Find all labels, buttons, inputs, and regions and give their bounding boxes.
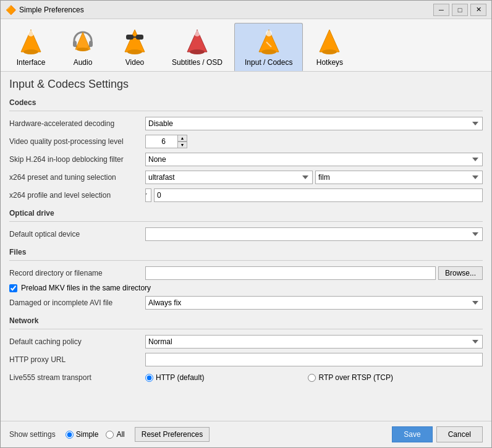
live555-rtp-radio[interactable] [308, 374, 316, 382]
hw-decoding-control: Disable Automatic DirectX Video Accelera… [145, 117, 483, 130]
footer-left: Show settings Simple All Reset Preferenc… [9, 427, 210, 442]
files-header: Files [9, 248, 483, 256]
tab-subtitles[interactable]: Subtitles / OSD [161, 23, 233, 71]
damaged-avi-label: Damaged or incomplete AVI file [9, 298, 145, 307]
live555-rtp-option: RTP over RTSP (TCP) [308, 373, 392, 382]
x264-profile-select[interactable]: high baseline main high10 high422 high44… [145, 188, 151, 202]
skip-h264-label: Skip H.264 in-loop deblocking filter [9, 155, 145, 164]
title-controls: ─ □ ✕ [433, 4, 486, 16]
spinner-down[interactable]: ▼ [177, 142, 187, 148]
default-device-select[interactable] [145, 227, 483, 241]
hotkeys-tab-icon [315, 27, 344, 57]
tab-interface[interactable]: Interface [6, 23, 56, 71]
x264-level-input[interactable] [154, 188, 483, 202]
damaged-avi-control: Always fix Ask Never fix [145, 296, 483, 310]
svg-rect-10 [126, 35, 134, 40]
maximize-button[interactable]: □ [452, 4, 468, 16]
tab-video[interactable]: Video [109, 23, 160, 71]
x264-preset-select[interactable]: ultrafast superfast veryfast faster fast… [145, 171, 313, 184]
caching-policy-row: Default caching policy Normal Lowest lat… [9, 334, 483, 349]
codecs-divider [9, 111, 483, 111]
video-quality-row: Video quality post-processing level ▲ ▼ [9, 134, 483, 149]
all-radio[interactable] [106, 431, 114, 439]
svg-point-1 [23, 49, 38, 54]
cancel-button[interactable]: Cancel [436, 426, 483, 442]
skip-h264-row: Skip H.264 in-loop deblocking filter Non… [9, 152, 483, 167]
tab-audio[interactable]: Audio [57, 23, 108, 71]
tab-interface-label: Interface [17, 58, 46, 67]
caching-policy-select[interactable]: Normal Lowest latency Low latency Higher… [145, 335, 483, 349]
live555-http-radio[interactable] [145, 374, 153, 382]
video-quality-input[interactable] [145, 135, 177, 148]
x264-profile-dual: high baseline main high10 high422 high44… [145, 188, 483, 202]
svg-point-17 [261, 49, 276, 54]
x264-tuning-select[interactable]: film animation grain stillimage psnr ssi… [315, 171, 483, 184]
subtitles-tab-icon [182, 27, 212, 57]
http-proxy-row: HTTP proxy URL [9, 352, 483, 367]
default-device-row: Default optical device [9, 227, 483, 242]
svg-point-14 [190, 49, 205, 54]
save-button[interactable]: Save [392, 426, 432, 442]
live555-row: Live555 stream transport HTTP (default) … [9, 370, 483, 385]
video-tab-icon [120, 27, 150, 57]
simple-radio-label: Simple [76, 430, 99, 439]
simple-radio-option: Simple [66, 430, 99, 439]
video-quality-spinner: ▲ ▼ [145, 135, 189, 148]
live555-control: HTTP (default) RTP over RTSP (TCP) [145, 373, 483, 382]
x264-preset-control: ultrafast superfast veryfast faster fast… [145, 171, 483, 184]
app-icon: 🔶 [6, 5, 15, 15]
files-section: Files Record directory or filename Brows… [9, 248, 483, 310]
tab-hotkeys-label: Hotkeys [316, 58, 343, 67]
hw-decoding-label: Hardware-accelerated decoding [9, 119, 145, 128]
svg-point-21 [322, 49, 337, 54]
spinner-up[interactable]: ▲ [177, 135, 187, 142]
spinner-buttons: ▲ ▼ [177, 135, 187, 148]
optical-section: Optical drive Default optical device [9, 209, 483, 242]
main-window: 🔶 Simple Preferences ─ □ ✕ Interface [0, 0, 492, 448]
video-quality-label: Video quality post-processing level [9, 137, 145, 146]
http-proxy-input[interactable] [145, 353, 483, 366]
footer: Show settings Simple All Reset Preferenc… [1, 421, 491, 447]
live555-radio-group: HTTP (default) RTP over RTSP (TCP) [145, 373, 483, 382]
title-bar: 🔶 Simple Preferences ─ □ ✕ [1, 1, 491, 19]
all-radio-label: All [116, 430, 124, 439]
hw-decoding-select[interactable]: Disable Automatic DirectX Video Accelera… [145, 117, 483, 130]
record-dir-label: Record directory or filename [9, 269, 145, 277]
codecs-section: Codecs Hardware-accelerated decoding Dis… [9, 98, 483, 203]
content-area: Input & Codecs Settings Codecs Hardware-… [1, 72, 491, 421]
default-device-control [145, 227, 483, 241]
input-tab-icon [254, 27, 284, 57]
skip-h264-select[interactable]: None Non-ref Bidir Non-key All [145, 153, 483, 166]
tab-hotkeys[interactable]: Hotkeys [304, 23, 355, 71]
damaged-avi-row: Damaged or incomplete AVI file Always fi… [9, 295, 483, 310]
optical-header: Optical drive [9, 209, 483, 218]
close-button[interactable]: ✕ [470, 4, 486, 16]
live555-http-label: HTTP (default) [156, 373, 204, 382]
tab-video-label: Video [125, 58, 144, 67]
http-proxy-control [145, 353, 483, 366]
svg-point-18 [266, 30, 272, 36]
record-dir-input[interactable] [145, 266, 436, 280]
default-device-label: Default optical device [9, 230, 145, 239]
svg-rect-4 [73, 41, 77, 47]
minimize-button[interactable]: ─ [433, 4, 449, 16]
browse-button[interactable]: Browse... [438, 266, 483, 280]
simple-radio[interactable] [66, 431, 74, 439]
caching-policy-control: Normal Lowest latency Low latency Higher… [145, 335, 483, 349]
x264-profile-row: x264 profile and level selection high ba… [9, 188, 483, 203]
show-settings-radio-group: Simple All [66, 430, 125, 439]
skip-h264-control: None Non-ref Bidir Non-key All [145, 153, 483, 166]
live555-rtp-label: RTP over RTSP (TCP) [318, 373, 392, 382]
nav-tabs: Interface Audio [1, 19, 491, 72]
codecs-header: Codecs [9, 98, 483, 107]
reset-preferences-button[interactable]: Reset Preferences [135, 427, 210, 442]
http-proxy-label: HTTP proxy URL [9, 355, 145, 364]
tab-input[interactable]: Input / Codecs [234, 23, 303, 71]
preload-mkv-row: Preload MKV files in the same directory [9, 284, 483, 292]
preload-mkv-checkbox[interactable] [9, 284, 17, 292]
damaged-avi-select[interactable]: Always fix Ask Never fix [145, 296, 483, 310]
preload-mkv-label: Preload MKV files in the same directory [21, 284, 151, 292]
svg-point-2 [28, 30, 34, 36]
footer-right: Save Cancel [392, 426, 483, 442]
tab-audio-label: Audio [74, 58, 93, 67]
